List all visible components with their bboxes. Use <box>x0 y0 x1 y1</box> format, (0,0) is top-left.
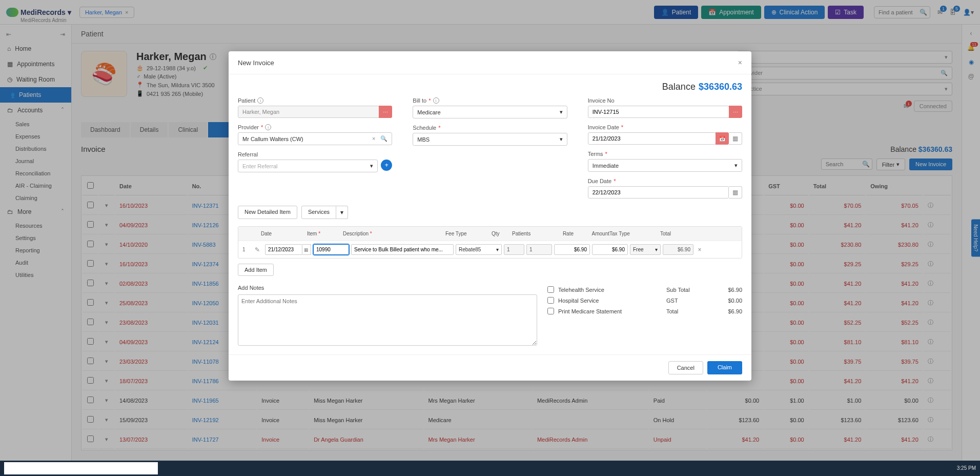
billto-select[interactable]: Medicare▾ <box>413 106 567 118</box>
chevron-down-icon: ▾ <box>560 109 563 115</box>
hospital-checkbox[interactable] <box>547 297 554 304</box>
rate-input[interactable] <box>554 244 590 255</box>
calendar-icon[interactable]: ▦ <box>302 244 311 255</box>
amount-input[interactable] <box>592 244 628 255</box>
referral-select[interactable]: Enter Referral▾ <box>238 160 378 172</box>
chevron-down-icon: ▾ <box>734 162 738 169</box>
item-table: Date Item * Description * Fee Type Qty P… <box>238 226 742 259</box>
modal-balance-label: Balance <box>662 82 696 92</box>
services-dropdown[interactable]: ▾ <box>336 206 348 219</box>
date-extra-icon[interactable]: ▦ <box>729 132 742 145</box>
taskbar-app[interactable] <box>4 462 158 474</box>
fee-type-select[interactable]: Rebate85▾ <box>456 244 502 255</box>
clear-icon[interactable]: × <box>369 135 378 142</box>
patients-input <box>526 244 552 255</box>
calendar-icon[interactable]: ▦ <box>729 186 742 199</box>
new-detailed-item-button[interactable]: New Detailed Item <box>238 206 297 219</box>
edit-icon[interactable]: ✎ <box>255 246 263 253</box>
date-addon-icon[interactable]: 📅 <box>716 132 729 145</box>
notes-textarea[interactable] <box>238 294 537 346</box>
item-desc-input[interactable] <box>351 244 454 255</box>
services-button[interactable]: Services <box>301 206 336 219</box>
cancel-button[interactable]: Cancel <box>668 361 703 374</box>
patient-addon-icon[interactable]: ⋯ <box>379 106 392 118</box>
info-icon[interactable]: i <box>433 97 439 104</box>
invoicedate-field[interactable] <box>588 132 716 145</box>
chevron-down-icon: ▾ <box>370 163 373 169</box>
row-number: 1 <box>242 247 253 252</box>
item-total <box>663 244 693 255</box>
item-date-input[interactable] <box>265 244 302 255</box>
search-icon: 🔍 <box>380 135 387 142</box>
schedule-select[interactable]: MBS▾ <box>413 133 567 146</box>
info-icon[interactable]: i <box>257 97 263 104</box>
notes-label: Add Notes <box>238 285 264 291</box>
modal-close-button[interactable]: × <box>738 58 742 67</box>
invoiceno-field[interactable] <box>588 106 729 118</box>
modal-balance-amount: $36360.63 <box>699 82 742 92</box>
duedate-field[interactable] <box>588 186 729 199</box>
taskbar-clock: 3:25 PM <box>957 465 976 471</box>
item-code-input[interactable] <box>313 244 349 255</box>
add-referral-button[interactable]: + <box>381 160 392 171</box>
telehealth-checkbox[interactable] <box>547 286 554 293</box>
modal-title: New Invoice <box>238 59 274 67</box>
remove-item-icon[interactable]: × <box>696 246 704 253</box>
add-item-button[interactable]: Add Item <box>238 264 274 276</box>
provider-select[interactable]: Mr Callum Walters (CW)×🔍 <box>238 132 392 145</box>
new-invoice-modal: New Invoice × Balance$36360.63 Patient i… <box>229 51 751 381</box>
print-checkbox[interactable] <box>547 308 554 314</box>
tax-type-select: Free▾ <box>630 244 661 255</box>
terms-select[interactable]: Immediate▾ <box>588 159 742 172</box>
qty-input <box>504 244 524 255</box>
modal-overlay: New Invoice × Balance$36360.63 Patient i… <box>0 0 980 476</box>
info-icon[interactable]: i <box>265 124 271 130</box>
invoiceno-addon-icon[interactable]: ⋯ <box>729 106 742 118</box>
chevron-down-icon: ▾ <box>560 136 563 143</box>
taskbar: 3:25 PM <box>0 461 980 476</box>
claim-button[interactable]: Claim <box>707 361 742 374</box>
patient-field <box>238 106 379 118</box>
